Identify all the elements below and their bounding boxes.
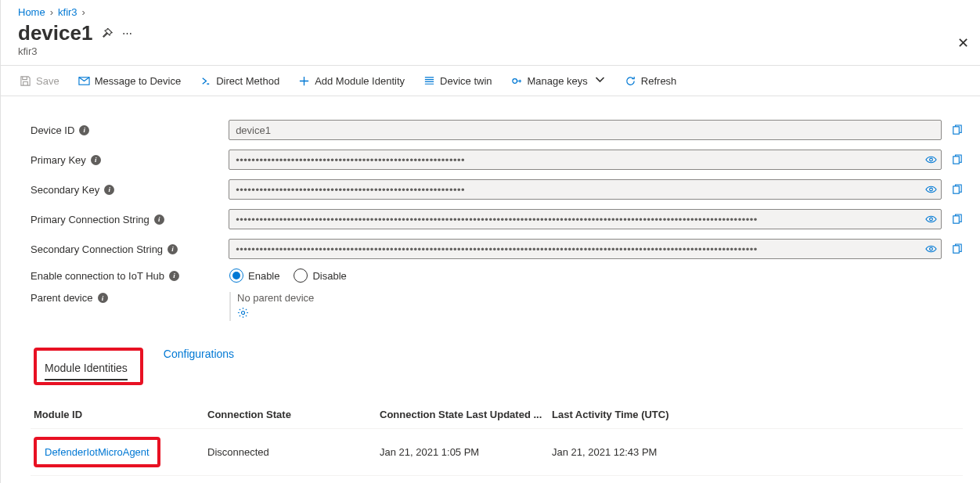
device-twin-button[interactable]: Device twin (416, 70, 499, 92)
primary-key-field[interactable] (229, 150, 942, 170)
enable-radio[interactable]: Enable (229, 269, 279, 283)
no-parent-text: No parent device (237, 292, 314, 304)
col-header-conn-updated[interactable]: Connection State Last Updated ... (380, 409, 552, 420)
chevron-right-icon: › (82, 6, 85, 18)
svg-point-1 (512, 78, 517, 83)
direct-label: Direct Method (216, 75, 279, 87)
svg-rect-4 (953, 156, 960, 163)
breadcrumb-hub[interactable]: kfir3 (58, 6, 77, 18)
module-identities-table: Module ID Connection State Connection St… (31, 401, 963, 476)
svg-rect-6 (953, 186, 960, 193)
page-subtitle: kfir3 (1, 45, 980, 65)
gear-icon[interactable] (237, 307, 249, 319)
conn-updated-cell: Jan 21, 2021 1:05 PM (380, 446, 552, 458)
col-header-last-activity[interactable]: Last Activity Time (UTC) (552, 409, 724, 420)
device-id-label: Device ID (31, 124, 74, 136)
info-icon[interactable]: i (91, 155, 101, 165)
svg-rect-2 (953, 126, 960, 133)
svg-rect-10 (953, 245, 960, 252)
chevron-down-icon (594, 74, 606, 88)
eye-icon[interactable] (925, 154, 937, 166)
close-button[interactable]: ✕ (957, 34, 969, 52)
highlight-annotation: DefenderIotMicroAgent (34, 437, 160, 467)
svg-point-3 (930, 158, 933, 161)
copy-icon[interactable] (951, 154, 963, 166)
copy-icon[interactable] (951, 184, 963, 196)
enable-radio-label: Enable (248, 270, 279, 282)
svg-point-5 (930, 188, 933, 191)
eye-icon[interactable] (925, 243, 937, 255)
secondary-conn-label: Secondary Connection String (31, 243, 163, 255)
copy-icon[interactable] (951, 124, 963, 136)
primary-key-label: Primary Key (31, 154, 86, 166)
message-label: Message to Device (95, 75, 182, 87)
breadcrumb-home[interactable]: Home (18, 6, 45, 18)
page-title: device1 (18, 21, 92, 45)
primary-conn-field[interactable] (229, 209, 942, 229)
manage-keys-button[interactable]: Manage keys (503, 69, 614, 92)
command-bar: Save Message to Device Direct Method Add… (1, 65, 980, 96)
enable-conn-label: Enable connection to IoT Hub (31, 270, 164, 282)
chevron-right-icon: › (50, 6, 53, 18)
conn-state-cell: Disconnected (207, 446, 380, 458)
save-button: Save (12, 70, 67, 92)
eye-icon[interactable] (925, 184, 937, 196)
svg-point-11 (241, 311, 244, 314)
svg-rect-8 (953, 215, 960, 222)
svg-point-7 (930, 218, 933, 221)
tab-module-identities[interactable]: Module Identities (45, 362, 128, 380)
secondary-conn-field[interactable] (229, 239, 942, 259)
message-to-device-button[interactable]: Message to Device (70, 70, 189, 92)
direct-method-button[interactable]: Direct Method (192, 70, 287, 92)
eye-icon[interactable] (925, 214, 937, 225)
refresh-button[interactable]: Refresh (617, 70, 685, 92)
module-id-link[interactable]: DefenderIotMicroAgent (45, 446, 150, 458)
manage-keys-label: Manage keys (528, 75, 588, 87)
add-module-button[interactable]: Add Module Identity (290, 70, 413, 92)
copy-icon[interactable] (951, 243, 963, 255)
info-icon[interactable]: i (154, 214, 164, 225)
col-header-module-id[interactable]: Module ID (34, 409, 207, 420)
info-icon[interactable]: i (169, 271, 179, 281)
secondary-key-field[interactable] (229, 179, 942, 200)
pin-icon[interactable] (102, 28, 113, 39)
last-activity-cell: Jan 21, 2021 12:43 PM (552, 446, 724, 458)
table-row[interactable]: DefenderIotMicroAgent Disconnected Jan 2… (31, 429, 963, 476)
tab-configurations[interactable]: Configurations (164, 348, 234, 385)
secondary-key-label: Secondary Key (31, 184, 99, 196)
twin-label: Device twin (440, 75, 492, 87)
highlight-annotation: Module Identities (34, 348, 143, 385)
disable-radio[interactable]: Disable (294, 269, 346, 283)
col-header-conn-state[interactable]: Connection State (207, 409, 380, 420)
save-label: Save (36, 75, 59, 87)
more-icon[interactable]: ⋯ (122, 27, 132, 39)
breadcrumb: Home › kfir3 › (1, 0, 980, 21)
info-icon[interactable]: i (168, 244, 178, 254)
info-icon[interactable]: i (79, 125, 89, 135)
svg-point-9 (930, 247, 933, 251)
add-module-label: Add Module Identity (315, 75, 405, 87)
copy-icon[interactable] (951, 214, 963, 225)
disable-radio-label: Disable (312, 270, 346, 282)
info-icon[interactable]: i (104, 185, 114, 195)
primary-conn-label: Primary Connection String (31, 214, 150, 225)
parent-device-label: Parent device (31, 292, 93, 304)
info-icon[interactable]: i (98, 293, 108, 303)
refresh-label: Refresh (641, 75, 677, 87)
device-id-field[interactable] (229, 120, 942, 140)
